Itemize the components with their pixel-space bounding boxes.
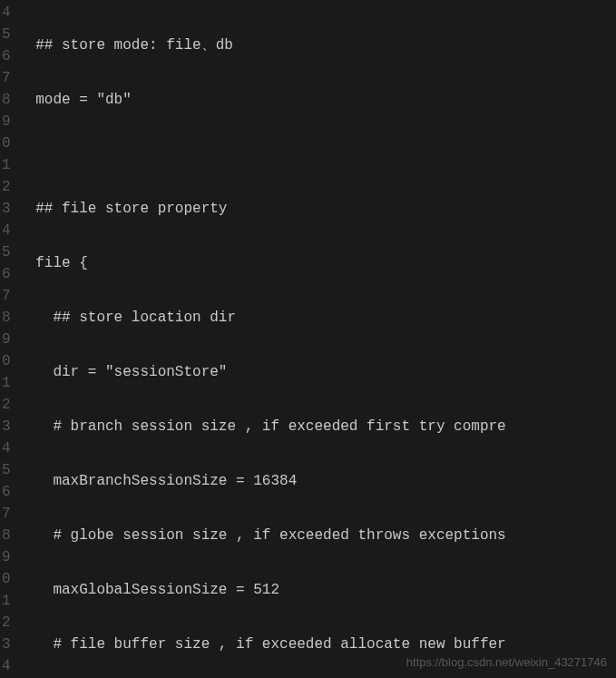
code-line[interactable]: maxGlobalSessionSize = 512	[18, 579, 616, 601]
line-number: 9	[2, 546, 7, 568]
code-line[interactable]: maxBranchSessionSize = 16384	[18, 470, 616, 492]
line-number: 4	[2, 2, 7, 24]
line-number: 2	[2, 176, 7, 198]
line-number: 5	[2, 241, 7, 263]
line-number: 1	[2, 590, 7, 612]
code-line[interactable]: dir = "sessionStore"	[18, 361, 616, 383]
line-number: 8	[2, 89, 7, 111]
code-line[interactable]: file {	[18, 252, 616, 274]
line-number: 3	[2, 416, 7, 437]
code-line[interactable]: # branch session size , if exceeded firs…	[18, 416, 616, 437]
line-number: 4	[2, 220, 7, 241]
code-line[interactable]: mode = "db"	[18, 89, 616, 111]
code-line[interactable]: # globe session size , if exceeded throw…	[18, 525, 616, 546]
line-number: 6	[2, 263, 7, 285]
line-number: 5	[2, 459, 7, 481]
line-number: 8	[2, 525, 7, 546]
code-line[interactable]: ## file store property	[18, 198, 616, 220]
code-content[interactable]: ## store mode: file、db mode = "db" ## fi…	[11, 0, 616, 678]
line-number-gutter: 4 5 6 7 8 9 0 1 2 3 4 5 6 7 8 9 0 1 2 3 …	[0, 0, 11, 678]
line-number: 3	[2, 198, 7, 220]
line-number: 6	[2, 481, 7, 503]
code-editor[interactable]: 4 5 6 7 8 9 0 1 2 3 4 5 6 7 8 9 0 1 2 3 …	[0, 0, 616, 678]
line-number: 0	[2, 350, 7, 372]
line-number: 2	[2, 612, 7, 634]
line-number: 5	[2, 24, 7, 45]
line-number: 3	[2, 634, 7, 655]
line-number: 0	[2, 133, 7, 154]
line-number: 7	[2, 67, 7, 89]
code-line[interactable]: ## store mode: file、db	[18, 34, 616, 56]
line-number: 4	[2, 655, 7, 677]
line-number: 7	[2, 285, 7, 307]
line-number: 1	[2, 154, 7, 176]
line-number: 8	[2, 307, 7, 329]
line-number: 4	[2, 437, 7, 459]
code-line[interactable]: ## store location dir	[18, 307, 616, 329]
line-number: 2	[2, 394, 7, 416]
line-number: 0	[2, 568, 7, 590]
code-line[interactable]: # file buffer size , if exceeded allocat…	[18, 634, 616, 655]
code-line[interactable]	[18, 143, 616, 165]
line-number: 9	[2, 329, 7, 350]
line-number: 9	[2, 111, 7, 133]
line-number: 1	[2, 372, 7, 394]
line-number: 7	[2, 503, 7, 525]
line-number: 6	[2, 45, 7, 67]
